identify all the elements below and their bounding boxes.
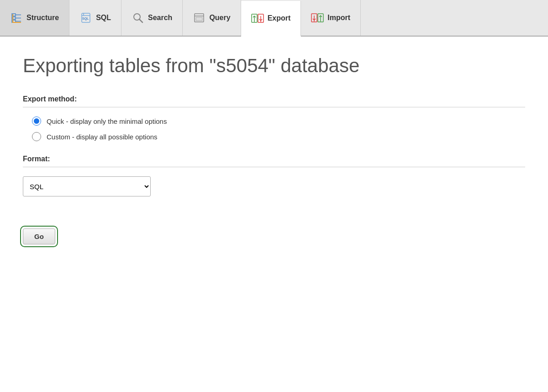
sql-icon: SQL xyxy=(79,11,92,24)
tab-structure[interactable]: Structure xyxy=(0,0,69,36)
import-icon xyxy=(311,11,324,24)
export-method-header: Export method: xyxy=(23,95,525,107)
radio-custom-label: Custom - display all possible options xyxy=(47,133,158,141)
svg-rect-14 xyxy=(196,17,202,21)
radio-custom[interactable]: Custom - display all possible options xyxy=(32,132,525,141)
query-icon xyxy=(193,11,206,24)
svg-text:SQL: SQL xyxy=(82,17,89,21)
go-button-wrapper: Go xyxy=(23,228,55,244)
radio-quick[interactable]: Quick - display only the minimal options xyxy=(32,117,525,126)
tab-sql[interactable]: SQL SQL xyxy=(69,0,121,36)
search-icon xyxy=(132,11,144,24)
tab-import[interactable]: Import xyxy=(301,0,361,36)
format-section: Format: SQL CSV JSON XML PDF xyxy=(23,155,525,196)
tab-export[interactable]: Export xyxy=(241,1,301,37)
format-header: Format: xyxy=(23,155,525,167)
structure-icon xyxy=(10,11,23,24)
tab-import-label: Import xyxy=(327,14,350,22)
radio-quick-label: Quick - display only the minimal options xyxy=(47,117,167,125)
radio-quick-input[interactable] xyxy=(32,117,41,126)
main-content: Exporting tables from "s5054" database E… xyxy=(0,37,548,263)
export-method-section: Export method: Quick - display only the … xyxy=(23,95,525,141)
go-button[interactable]: Go xyxy=(23,228,55,244)
tab-bar: Structure SQL SQL Search xyxy=(0,0,548,37)
page-title: Exporting tables from "s5054" database xyxy=(23,55,525,77)
tab-sql-label: SQL xyxy=(96,14,111,22)
svg-line-11 xyxy=(139,19,142,22)
radio-custom-input[interactable] xyxy=(32,132,41,141)
tab-search-label: Search xyxy=(148,14,172,22)
tab-search[interactable]: Search xyxy=(121,0,183,36)
tab-structure-label: Structure xyxy=(26,14,59,22)
tab-query-label: Query xyxy=(209,14,230,22)
tab-export-label: Export xyxy=(268,14,291,22)
format-select[interactable]: SQL CSV JSON XML PDF xyxy=(23,176,151,196)
export-method-radio-group: Quick - display only the minimal options… xyxy=(23,117,525,141)
tab-query[interactable]: Query xyxy=(183,0,241,36)
export-icon xyxy=(251,12,264,25)
